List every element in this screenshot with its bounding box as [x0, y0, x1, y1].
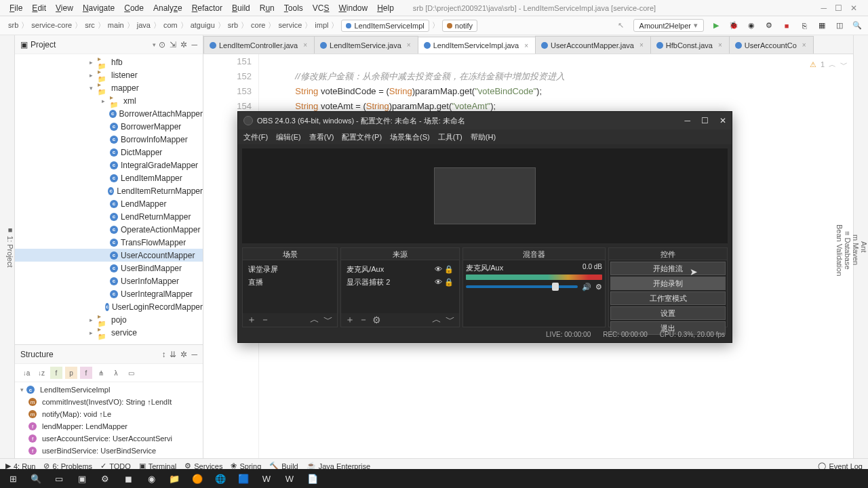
menu-build[interactable]: Build: [228, 2, 254, 14]
crumb-srb[interactable]: srb: [5, 20, 21, 30]
tree-node-IntegralGradeMapper[interactable]: cIntegralGradeMapper: [15, 159, 203, 171]
obs-source-up-icon[interactable]: ︿: [432, 314, 441, 326]
obs-control-工作室模式[interactable]: 工作室模式: [610, 291, 726, 305]
notes-task-icon[interactable]: 📄: [302, 470, 323, 487]
start-icon[interactable]: ⊞: [3, 470, 23, 487]
obs-control-开始推流[interactable]: 开始推流: [610, 262, 726, 275]
taskview-icon[interactable]: ▭: [49, 470, 69, 487]
struct-item[interactable]: fuserBindService: UserBindService: [15, 445, 203, 457]
tab-UserAccountMapper.java[interactable]: UserAccountMapper.java×: [535, 36, 651, 54]
breadcrumb-method[interactable]: notify: [442, 20, 477, 32]
structure-tree[interactable]: ▾ c LendItemServiceImpl mcommitInvest(In…: [15, 382, 203, 458]
vscode-task-icon[interactable]: 🟦: [233, 470, 254, 487]
obs-speaker-icon[interactable]: 🔊: [582, 283, 591, 291]
tree-node-BorrowerMapper[interactable]: cBorrowerMapper: [15, 120, 203, 133]
windows-taskbar[interactable]: ⊞ 🔍 ▭ ▣ ⚙ ◼ ◉ 📁 🟠 🌐 🟦 W W 📄: [0, 469, 868, 488]
tree-node-LendMapper[interactable]: cLendMapper: [15, 197, 203, 210]
structure-icon[interactable]: ▦: [816, 20, 827, 31]
tree-node-UserAccountMapper[interactable]: cUserAccountMapper: [15, 249, 203, 262]
tab-close-icon[interactable]: ×: [802, 41, 806, 49]
obs-source-remove-icon[interactable]: －: [359, 314, 368, 326]
settings-task-icon[interactable]: ⚙: [95, 470, 115, 487]
tree-node-listener[interactable]: ▸▸📁listener: [15, 68, 203, 81]
lock-icon[interactable]: 🔒: [444, 278, 454, 286]
crumb-core[interactable]: core: [248, 20, 268, 30]
maximize-icon[interactable]: ☐: [835, 3, 842, 13]
tree-node-LendItemReturnMapper[interactable]: cLendItemReturnMapper: [15, 184, 203, 197]
obs-maximize-icon[interactable]: ☐: [701, 116, 709, 125]
obs-menu-item[interactable]: 配置文件(P): [342, 132, 382, 142]
obs-window[interactable]: OBS 24.0.3 (64-bit, windows) - 配置文件: 未命名…: [237, 111, 732, 343]
menu-file[interactable]: File: [5, 2, 26, 14]
debug-icon[interactable]: 🐞: [728, 20, 739, 31]
lock-icon[interactable]: 🔒: [444, 265, 454, 273]
obs-source-item[interactable]: 麦克风/Aux👁 🔒: [344, 263, 456, 276]
intellij-task-icon[interactable]: ◼: [118, 470, 138, 487]
tree-node-OperateActionMapper[interactable]: cOperateActionMapper: [15, 223, 203, 236]
sort-alpha-icon[interactable]: ↓a: [20, 367, 33, 379]
menu-window[interactable]: Window: [334, 2, 372, 14]
eye-icon[interactable]: 👁: [435, 265, 442, 273]
project-tree[interactable]: ▸▸📁hfb▸▸📁listener▾▸📁mapper▸▸📁xmlcBorrowe…: [15, 54, 203, 344]
tab-LendItemService.java[interactable]: LendItemService.java×: [314, 36, 418, 54]
close-icon[interactable]: ✕: [850, 3, 857, 13]
obs-source-settings-icon[interactable]: ⚙: [372, 314, 381, 325]
obs-control-开始录制[interactable]: 开始录制: [610, 277, 726, 290]
tree-node-xml[interactable]: ▸▸📁xml: [15, 94, 203, 107]
run-icon[interactable]: ▶: [711, 20, 722, 31]
obs-close-icon[interactable]: ✕: [719, 116, 726, 125]
right-side-strip[interactable]: Ant m Maven ≡ Database Bean Validation: [853, 35, 868, 458]
tab-close-icon[interactable]: ×: [407, 41, 411, 49]
struct-collapse-icon[interactable]: ⇊: [170, 350, 176, 359]
tab-HfbConst.java[interactable]: HfbConst.java×: [650, 36, 730, 54]
menu-vcs[interactable]: VCS: [309, 2, 334, 14]
stop-icon[interactable]: ■: [781, 20, 792, 31]
menu-navigate[interactable]: Navigate: [79, 2, 119, 14]
word-task-icon[interactable]: W: [256, 470, 277, 487]
obs-scene-up-icon[interactable]: ︿: [310, 314, 319, 326]
tree-node-BorrowerAttachMapper[interactable]: cBorrowerAttachMapper: [15, 107, 203, 120]
coverage-icon[interactable]: ◉: [746, 20, 757, 31]
crumb-src[interactable]: src: [82, 20, 98, 30]
obs-scene-add-icon[interactable]: ＋: [247, 314, 256, 326]
tree-node-DictMapper[interactable]: cDictMapper: [15, 146, 203, 159]
tree-node-UserLoginRecordMapper[interactable]: cUserLoginRecordMapper: [15, 300, 203, 313]
tab-close-icon[interactable]: ×: [639, 41, 644, 49]
show-properties-icon[interactable]: p: [65, 367, 77, 379]
menu-code[interactable]: Code: [120, 2, 148, 14]
obs-preview[interactable]: [242, 148, 728, 243]
tab-close-icon[interactable]: ×: [718, 41, 722, 49]
obs-menu-item[interactable]: 文件(F): [243, 132, 268, 142]
search-icon[interactable]: 🔍: [852, 20, 863, 31]
tree-node-pojo[interactable]: ▸▸📁pojo: [15, 313, 203, 326]
anon-icon[interactable]: ▭: [125, 367, 137, 379]
select-opened-icon[interactable]: ⊙: [159, 40, 165, 49]
crumb-java[interactable]: java: [134, 20, 153, 30]
tree-node-LendReturnMapper[interactable]: cLendReturnMapper: [15, 210, 203, 223]
struct-item[interactable]: flendMapper: LendMapper: [15, 420, 203, 432]
crumb-impl[interactable]: impl: [312, 20, 331, 30]
tree-node-UserInfoMapper[interactable]: cUserInfoMapper: [15, 274, 203, 287]
obs-control-设置[interactable]: 设置: [610, 306, 726, 320]
tree-node-BorrowInfoMapper[interactable]: cBorrowInfoMapper: [15, 133, 203, 146]
obs-menu-item[interactable]: 编辑(E): [276, 132, 301, 142]
side-ant-tab[interactable]: Ant: [860, 39, 868, 454]
struct-item[interactable]: fuserAccountService: UserAccountServi: [15, 432, 203, 445]
tree-node-hfb[interactable]: ▸▸📁hfb: [15, 56, 203, 68]
explorer-task-icon[interactable]: 📁: [164, 470, 184, 487]
show-fields-icon[interactable]: f: [50, 367, 62, 379]
minimize-icon[interactable]: ─: [821, 3, 827, 13]
crumb-main[interactable]: main: [105, 20, 127, 30]
obs-scene-remove-icon[interactable]: －: [260, 314, 270, 326]
crumb-service-core[interactable]: service-core: [28, 20, 75, 30]
tree-node-UserBindMapper[interactable]: cUserBindMapper: [15, 262, 203, 274]
struct-settings-icon[interactable]: ✲: [180, 350, 187, 359]
show-inherited-icon[interactable]: f: [80, 367, 92, 379]
run-config-selector[interactable]: Amount2Helper ▾: [633, 19, 704, 32]
obs-titlebar[interactable]: OBS 24.0.3 (64-bit, windows) - 配置文件: 未命名…: [238, 112, 732, 129]
menu-refactor[interactable]: Refactor: [188, 2, 226, 14]
obs-source-down-icon[interactable]: ﹀: [446, 314, 455, 326]
terminal-task-icon[interactable]: ▣: [72, 470, 92, 487]
layout-icon[interactable]: ◫: [834, 20, 845, 31]
obs-menu-item[interactable]: 帮助(H): [471, 132, 496, 142]
